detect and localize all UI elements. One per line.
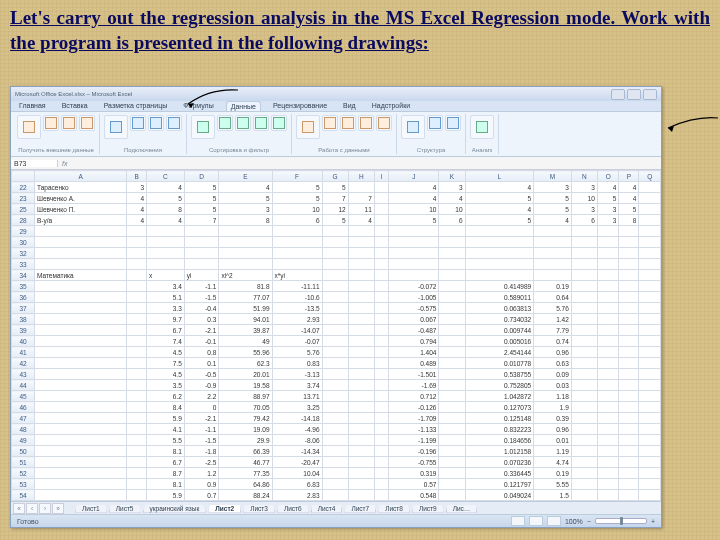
cell[interactable]: 77.35 <box>219 468 272 479</box>
cell[interactable] <box>348 380 374 391</box>
cell[interactable]: 0.96 <box>534 424 572 435</box>
cell[interactable] <box>127 479 147 490</box>
cell[interactable] <box>184 237 219 248</box>
ribbon-button[interactable] <box>340 115 356 131</box>
cell[interactable]: 10.04 <box>272 468 322 479</box>
cell[interactable]: -1.199 <box>389 435 439 446</box>
cell[interactable]: -0.07 <box>272 336 322 347</box>
row-header[interactable]: 32 <box>12 248 35 259</box>
row-header[interactable]: 38 <box>12 314 35 325</box>
cell[interactable] <box>439 281 465 292</box>
cell[interactable] <box>127 468 147 479</box>
cell[interactable]: 5 <box>219 193 272 204</box>
cell[interactable]: 4 <box>465 204 534 215</box>
cell[interactable]: 0.64 <box>534 292 572 303</box>
cell[interactable]: -2.1 <box>184 413 219 424</box>
cell[interactable]: 3 <box>571 204 597 215</box>
cell[interactable] <box>439 446 465 457</box>
cell[interactable] <box>439 237 465 248</box>
cell[interactable] <box>571 468 597 479</box>
ribbon-tab[interactable]: Главная <box>15 101 50 111</box>
column-header[interactable]: F <box>272 171 322 182</box>
cell[interactable]: 3 <box>219 204 272 215</box>
cell[interactable]: 2.93 <box>272 314 322 325</box>
cell[interactable] <box>619 380 639 391</box>
cell[interactable] <box>322 369 348 380</box>
cell[interactable]: 3 <box>127 182 147 193</box>
sheet-tab[interactable]: Лист6 <box>277 505 309 513</box>
cell[interactable]: 5.76 <box>534 303 572 314</box>
ribbon-button[interactable] <box>322 115 338 131</box>
cell[interactable] <box>127 490 147 501</box>
cell[interactable] <box>374 193 389 204</box>
cell[interactable] <box>639 226 661 237</box>
cell[interactable] <box>322 314 348 325</box>
cell[interactable] <box>374 226 389 237</box>
cell[interactable]: -1.709 <box>389 413 439 424</box>
cell[interactable]: 8.4 <box>147 402 185 413</box>
cell[interactable] <box>374 204 389 215</box>
cell[interactable] <box>639 215 661 226</box>
cell[interactable] <box>374 380 389 391</box>
ribbon-button[interactable] <box>148 115 164 131</box>
sheet-tab[interactable]: Лист2 <box>208 505 241 513</box>
ribbon-button[interactable] <box>217 115 233 131</box>
cell[interactable]: 88.24 <box>219 490 272 501</box>
cell[interactable]: 5 <box>534 204 572 215</box>
cell[interactable] <box>639 193 661 204</box>
cell[interactable] <box>147 226 185 237</box>
cell[interactable]: 62.3 <box>219 358 272 369</box>
cell[interactable] <box>272 226 322 237</box>
row-header[interactable]: 23 <box>12 193 35 204</box>
cell[interactable]: 0.049024 <box>465 490 534 501</box>
column-header[interactable] <box>12 171 35 182</box>
cell[interactable]: -0.126 <box>389 402 439 413</box>
cell[interactable]: 70.05 <box>219 402 272 413</box>
cell[interactable]: 0.009744 <box>465 325 534 336</box>
cell[interactable]: 0.03 <box>534 380 572 391</box>
nav-prev-icon[interactable]: ‹ <box>26 503 38 514</box>
cell[interactable]: 4.1 <box>147 424 185 435</box>
cell[interactable] <box>374 325 389 336</box>
cell[interactable]: 0.752805 <box>465 380 534 391</box>
cell[interactable] <box>272 237 322 248</box>
sheet-tab[interactable]: Лист1 <box>75 505 107 513</box>
cell[interactable]: Шевченко А. <box>35 193 127 204</box>
cell[interactable]: -0.755 <box>389 457 439 468</box>
cell[interactable]: 1.18 <box>534 391 572 402</box>
cell[interactable] <box>374 248 389 259</box>
cell[interactable]: 0.125148 <box>465 413 534 424</box>
cell[interactable]: -13.5 <box>272 303 322 314</box>
cell[interactable]: 0.7 <box>184 490 219 501</box>
cell[interactable] <box>35 281 127 292</box>
column-header[interactable]: D <box>184 171 219 182</box>
row-header[interactable]: 51 <box>12 457 35 468</box>
cell[interactable] <box>184 259 219 270</box>
cell[interactable] <box>465 237 534 248</box>
cell[interactable] <box>348 226 374 237</box>
cell[interactable]: 0.712 <box>389 391 439 402</box>
cell[interactable] <box>374 215 389 226</box>
cell[interactable] <box>465 259 534 270</box>
cell[interactable]: 39.87 <box>219 325 272 336</box>
cell[interactable] <box>571 248 597 259</box>
cell[interactable]: 5 <box>389 215 439 226</box>
cell[interactable] <box>127 358 147 369</box>
cell[interactable]: 0.589011 <box>465 292 534 303</box>
cell[interactable]: 7.5 <box>147 358 185 369</box>
cell[interactable] <box>322 292 348 303</box>
cell[interactable]: 3.4 <box>147 281 185 292</box>
zoom-slider[interactable] <box>595 518 647 524</box>
cell[interactable] <box>219 237 272 248</box>
cell[interactable]: 0.121797 <box>465 479 534 490</box>
cell[interactable]: 7 <box>348 193 374 204</box>
cell[interactable] <box>597 479 618 490</box>
cell[interactable]: 0.127073 <box>465 402 534 413</box>
cell[interactable] <box>639 424 661 435</box>
cell[interactable] <box>571 347 597 358</box>
cell[interactable]: 4 <box>127 193 147 204</box>
cell[interactable]: 4 <box>219 182 272 193</box>
cell[interactable] <box>374 424 389 435</box>
cell[interactable] <box>35 479 127 490</box>
cell[interactable] <box>619 446 639 457</box>
